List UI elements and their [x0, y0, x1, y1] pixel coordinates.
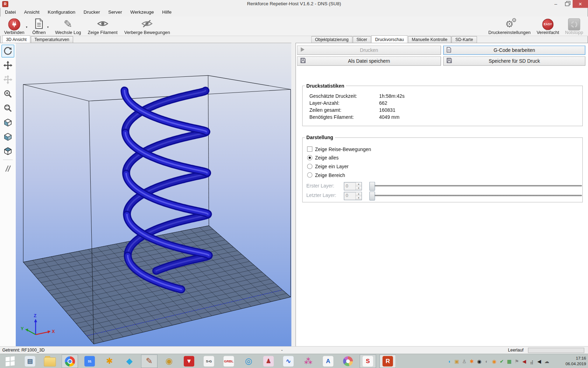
menu-hilfe[interactable]: Hilfe [158, 8, 176, 16]
taskbar-grbl-laser-icon[interactable]: GRBL [220, 354, 237, 368]
taskbar-compass-icon[interactable]: ◉ [161, 354, 177, 368]
menu-werkzeuge[interactable]: Werkzeuge [126, 8, 158, 16]
plug-icon [8, 18, 20, 30]
tray-signal-strength-icon[interactable]: ⣴ [528, 354, 536, 368]
printer-settings-button[interactable]: ⚙⚙ Druckereinstellungen [487, 18, 532, 35]
slider-handle[interactable] [369, 182, 375, 191]
close-button[interactable]: × [573, 0, 588, 8]
taskbar-file-explorer-icon[interactable] [42, 354, 58, 368]
tray-volume-icon[interactable]: ◀ [536, 354, 543, 368]
menu-drucker[interactable]: Drucker [79, 8, 104, 16]
radio-icon[interactable] [307, 164, 312, 169]
first-layer-slider[interactable] [369, 182, 582, 190]
tray-audio-manager-icon[interactable]: ▣ [453, 354, 460, 368]
taskbar-calculator-icon[interactable]: ▤ [22, 354, 38, 368]
tray-java-updater-icon[interactable]: ◉ [490, 354, 498, 368]
show-filament-button[interactable]: Zeige Filament [87, 18, 119, 35]
tab-objektplatzierung[interactable]: Objektplatzierung [311, 36, 352, 43]
tray-recorder-icon[interactable]: ◉ [476, 354, 483, 368]
tray-app-gray-icon[interactable]: ♙ [461, 354, 468, 368]
spinner-arrows[interactable]: ▲▼ [356, 183, 362, 190]
radio-selected-icon[interactable] [307, 155, 312, 160]
show-range-radio-row[interactable]: Zeige Bereich [307, 172, 345, 178]
last-layer-slider[interactable] [369, 191, 582, 200]
tray-input-language-icon[interactable]: ⚑ [513, 354, 520, 368]
taskbar-monitor-app-icon[interactable]: ∿ [280, 354, 296, 368]
easy-mode-button[interactable]: EASY Vereinfacht [536, 18, 560, 35]
gcode-file-icon [447, 47, 451, 54]
taskbar-chrome-icon[interactable] [62, 354, 78, 368]
menu-datei[interactable]: Datei [1, 8, 20, 16]
first-layer-spinner[interactable]: 0 ▲▼ [344, 182, 362, 191]
taskbar-teamviewer-icon[interactable]: ◎ [240, 354, 257, 368]
minimize-button[interactable]: – [550, 0, 561, 8]
tab-manuelle-kontrolle[interactable]: Manuelle Kontrolle [408, 36, 451, 43]
last-layer-spinner[interactable]: 0 ▲▼ [344, 192, 362, 200]
tab-druckvorschau[interactable]: Druckvorschau [371, 35, 408, 43]
tray-volume-alt-icon[interactable]: ◀ [520, 354, 528, 368]
taskbar-media-app-icon[interactable]: ♟ [260, 354, 277, 368]
emergency-stop-button[interactable]: Notstopp [564, 18, 584, 35]
taskbar-game-star-icon[interactable]: ✱ [101, 354, 118, 368]
tray-lan-status-icon[interactable]: ▦ [505, 354, 513, 368]
menu-server[interactable]: Server [104, 8, 126, 16]
print-button[interactable]: Drucken [297, 46, 441, 55]
taskbar-start-icon[interactable] [2, 354, 18, 368]
connect-button[interactable]: Verbinden [3, 18, 26, 35]
taskbar-downloader-icon[interactable]: ▼ [181, 354, 197, 368]
pan-view-tool[interactable] [1, 59, 14, 71]
connect-dropdown-caret[interactable]: ▾ [26, 26, 27, 29]
slider-handle[interactable] [369, 191, 375, 200]
taskbar-word-processor-icon[interactable]: A [320, 354, 336, 368]
stat-print-time: Geschätzte Druckzeit:1h:58m:42s [309, 93, 357, 100]
tray-messenger-icon[interactable]: ◖ [446, 354, 453, 368]
radio-icon[interactable] [307, 172, 312, 178]
open-dropdown-caret[interactable]: ▾ [47, 26, 49, 29]
show-all-radio-row[interactable]: Zeige alles [307, 154, 338, 161]
rotate-view-tool[interactable] [1, 45, 14, 57]
taskbar-sketchup-icon[interactable]: S [359, 354, 376, 368]
taskbar-cad-cube-icon[interactable]: ◆ [121, 354, 138, 368]
taskbar-repetier-host-icon[interactable]: R [379, 354, 396, 368]
first-layer-row: Erster Layer: 0 ▲▼ [306, 182, 576, 190]
menu-ansicht[interactable]: Ansicht [20, 8, 43, 16]
axis-y-label: Y [21, 326, 24, 331]
tray-usb-eject-icon[interactable]: ✔ [498, 354, 505, 368]
taskbar-gcode-editor-icon[interactable]: ✎ [141, 354, 158, 368]
spinner-arrows[interactable]: ▲▼ [356, 192, 362, 200]
restore-button[interactable] [561, 0, 573, 8]
viewport-3d[interactable]: ZXY [16, 43, 291, 347]
tab-slicer[interactable]: Slicer [353, 36, 371, 43]
checkbox-icon[interactable] [307, 146, 312, 152]
fit-view-tool[interactable] [1, 102, 14, 114]
tray-antivirus-icon[interactable]: ✱ [468, 354, 475, 368]
zoom-tool[interactable] [1, 88, 14, 100]
tab-temperaturkurven[interactable]: Temperaturkurven [31, 36, 73, 43]
show-single-layer-radio-row[interactable]: Zeige ein Layer [307, 163, 349, 170]
tray-network-center-icon[interactable]: ◐ [483, 354, 490, 368]
tab-sd-karte[interactable]: SD-Karte [451, 36, 477, 43]
document-icon [35, 18, 44, 30]
front-view-tool[interactable] [1, 130, 14, 143]
hide-travel-button[interactable]: Verberge Bewegungen [123, 18, 171, 35]
taskbar-stats-app-icon[interactable]: ⁂ [300, 354, 316, 368]
taskbar-clock[interactable]: 17:16 06.04.2019 [557, 356, 586, 367]
save-file-button[interactable]: Als Datei speichern [297, 56, 441, 66]
tab-3d-ansicht[interactable]: 3D Ansicht [2, 35, 30, 43]
show-travel-checkbox-row[interactable]: Zeige Reise-Bewegungen [307, 146, 371, 152]
print-preview-scene: ZXY [16, 43, 291, 347]
menu-konfiguration[interactable]: Konfiguration [43, 8, 79, 16]
easy-badge-icon: EASY [542, 19, 553, 30]
isometric-view-tool[interactable] [1, 116, 14, 129]
open-button[interactable]: Öffnen [31, 18, 47, 35]
save-sd-button[interactable]: Speichere für SD Druck [443, 56, 585, 66]
taskbar-scan2gcode-icon[interactable]: S›G [201, 354, 217, 368]
taskbar-paint-icon[interactable] [340, 354, 356, 368]
toggle-log-button[interactable]: ✎ Wechsle Log [54, 18, 82, 35]
taskbar-calendar-icon[interactable]: 31 [81, 354, 98, 368]
parallel-projection-tool[interactable] [1, 162, 14, 175]
tray-cloud-sync-icon[interactable]: ☁ [543, 354, 550, 368]
move-object-tool[interactable] [1, 73, 14, 86]
edit-gcode-button[interactable]: G-Code bearbeiten [443, 46, 585, 55]
top-view-tool[interactable] [1, 144, 14, 157]
